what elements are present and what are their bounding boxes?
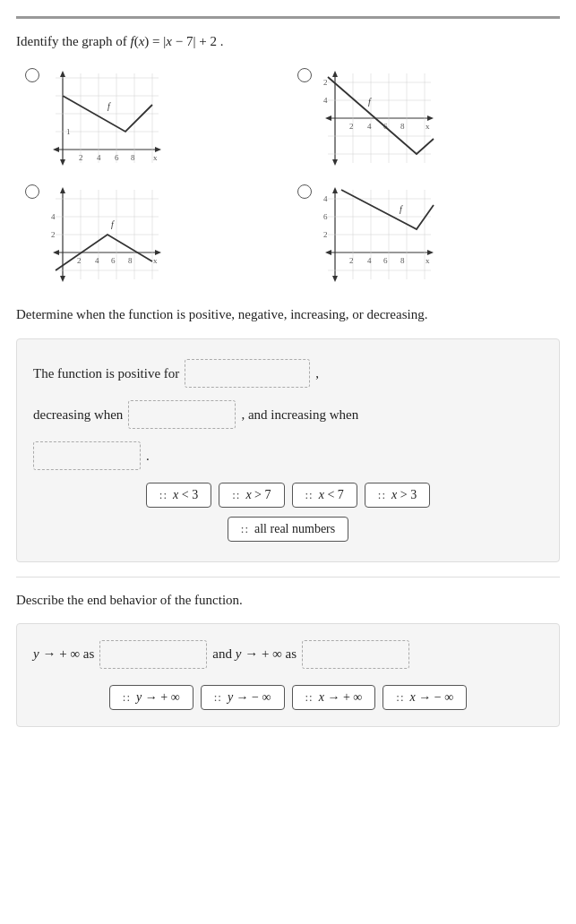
svg-text:x: x [153,256,158,265]
chip-x-lt-3[interactable]: :: x < 3 [146,483,211,508]
graph-c: 2 4 6 8 x 2 4 f [47,181,163,288]
chip-x-pos-inf[interactable]: :: x → + ∞ [292,685,376,710]
svg-text:4: 4 [367,122,372,131]
svg-text:4: 4 [323,194,328,203]
decreasing-suffix: , and increasing when [241,403,358,427]
end-answer-box1[interactable] [99,640,207,669]
graph-option-c[interactable]: 2 4 6 8 x 2 4 f [25,181,279,288]
svg-text:8: 8 [400,122,405,131]
end-fill-row: y → + ∞ as and y → + ∞ as [33,640,543,669]
svg-marker-73 [325,250,331,255]
decreasing-prefix: decreasing when [33,403,123,427]
svg-text:4: 4 [323,96,328,105]
chip-y-neg-inf[interactable]: :: y → − ∞ [201,685,285,710]
increasing-answer-box[interactable] [33,441,141,470]
end-prefix1: y → + ∞ as [33,642,94,666]
end-connector: and y → + ∞ as [212,642,297,666]
describe-section: Describe the end behavior of the functio… [16,590,560,611]
svg-text:4: 4 [51,212,56,221]
graph-option-a[interactable]: 2 4 6 8 x 1 f [25,64,279,172]
svg-text:2: 2 [51,230,56,239]
svg-text:2: 2 [323,78,328,87]
svg-text:x: x [426,122,430,131]
fill-row-positive: The function is positive for , [33,359,543,388]
positive-comma: , [315,362,319,386]
increasing-period: . [146,444,150,468]
svg-text:2: 2 [349,256,354,265]
decreasing-answer-box[interactable] [128,400,236,429]
chip-x-gt-3[interactable]: :: x > 3 [365,483,430,508]
svg-marker-48 [155,250,161,255]
svg-text:4: 4 [95,256,99,265]
svg-text:f: f [368,97,372,107]
determine-section: Determine when the function is positive,… [16,304,560,325]
svg-text:8: 8 [131,153,135,162]
svg-marker-5 [53,147,59,152]
graph-a: 2 4 6 8 x 1 f [47,64,163,172]
svg-text:8: 8 [400,256,405,265]
svg-text:1: 1 [66,127,71,136]
end-behavior-area: y → + ∞ as and y → + ∞ as :: y → + ∞ :: … [16,623,560,727]
svg-text:8: 8 [128,256,133,265]
svg-text:2: 2 [77,256,82,265]
graph-option-d[interactable]: 2 4 6 8 x 6 4 2 f [297,181,552,288]
svg-marker-72 [332,276,338,282]
end-chips: :: y → + ∞ :: y → − ∞ :: x → + ∞ :: x → … [33,685,543,710]
svg-marker-27 [325,116,331,121]
svg-marker-3 [155,147,161,152]
svg-text:6: 6 [111,256,116,265]
graph-d: 2 4 6 8 x 6 4 2 f [319,181,435,288]
svg-marker-50 [53,250,59,255]
svg-text:2: 2 [323,230,328,239]
chip-all-real[interactable]: :: all real numbers [228,517,348,542]
svg-text:f: f [400,204,403,214]
end-answer-box2[interactable] [302,640,409,669]
svg-marker-2 [60,71,65,77]
svg-text:2: 2 [349,122,354,131]
chip-x-gt-7[interactable]: :: x > 7 [219,483,284,508]
svg-marker-70 [332,187,338,193]
graphs-grid: 2 4 6 8 x 1 f [16,64,560,288]
svg-text:f: f [111,219,115,229]
svg-text:f: f [107,101,111,111]
svg-text:x: x [426,256,430,265]
positive-answer-box[interactable] [185,359,310,388]
question1-text: Identify the graph of f(x) = |x − 7| + 2… [16,31,560,52]
question2-text: Determine when the function is positive,… [16,304,560,325]
fill-area: The function is positive for , decreasin… [16,338,560,562]
svg-text:2: 2 [79,153,83,162]
svg-marker-71 [427,250,434,255]
question3-text: Describe the end behavior of the functio… [16,590,560,611]
positive-prefix: The function is positive for [33,362,179,386]
svg-text:x: x [153,153,158,162]
chip-x-neg-inf[interactable]: :: x → − ∞ [383,685,467,710]
svg-text:6: 6 [115,153,119,162]
radio-a[interactable] [25,68,39,82]
svg-text:4: 4 [367,256,372,265]
radio-d[interactable] [297,184,312,199]
svg-marker-26 [332,159,338,166]
svg-marker-47 [60,187,65,193]
radio-c[interactable] [25,184,39,199]
fill-row-increasing: . [33,441,543,470]
svg-text:6: 6 [323,212,328,221]
graph-b: 2 4 6 8 x 4 2 f [319,64,435,172]
graph-option-b[interactable]: 2 4 6 8 x 4 2 f [297,64,552,172]
svg-marker-25 [427,116,434,121]
svg-marker-4 [60,159,65,166]
answer-chips-row2: :: all real numbers [33,517,543,542]
chip-x-lt-7[interactable]: :: x < 7 [292,483,357,508]
svg-marker-49 [60,276,65,282]
radio-b[interactable] [297,68,312,82]
svg-text:4: 4 [97,153,101,162]
svg-marker-24 [332,71,338,77]
answer-chips-row1: :: x < 3 :: x > 7 :: x < 7 :: x > 3 [33,483,543,508]
chip-y-pos-inf[interactable]: :: y → + ∞ [109,685,193,710]
fill-row-decreasing: decreasing when , and increasing when [33,400,543,429]
svg-text:6: 6 [383,256,388,265]
